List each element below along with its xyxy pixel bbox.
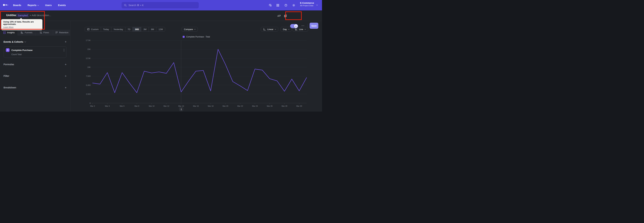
learn-more-link[interactable]: Learn More (3, 26, 14, 28)
chevron-down-icon (316, 4, 318, 6)
nav-link-boards[interactable]: Boards (13, 4, 21, 7)
tab-flows[interactable]: Flows (35, 30, 53, 36)
svg-text:17.5K: 17.5K (86, 39, 90, 41)
report-title-bar: Untitled Sampled + Add description... ⋯ … (0, 11, 322, 21)
search-input[interactable]: Search ⌘ + K (122, 2, 199, 9)
add-description[interactable]: + Add description... (30, 14, 51, 17)
nav-link-users[interactable]: Users (45, 4, 52, 7)
retention-icon (55, 31, 58, 34)
section-breakdown: Breakdown+ (4, 85, 66, 90)
svg-text:Mar 22: Mar 22 (237, 105, 243, 107)
svg-text:Mar 24: Mar 24 (252, 105, 258, 107)
data-management-icon[interactable] (269, 4, 272, 7)
mixpanel-logo-icon[interactable] (3, 4, 8, 6)
line-chart: 17.5K15K12.5K10K7,5005,0002,5000Mar 2Mar… (70, 21, 322, 112)
pagination-page-button[interactable]: 1 (179, 107, 183, 111)
insights-icon (3, 31, 6, 34)
top-navbar: BoardsReportsUsersEvents Search ⌘ + K E-… (0, 0, 322, 11)
svg-text:Mar 28: Mar 28 (282, 105, 287, 107)
svg-text:5,000: 5,000 (86, 84, 90, 86)
tab-retention[interactable]: Retention (53, 30, 70, 36)
svg-text:2,500: 2,500 (86, 93, 90, 95)
section-formulas: Formulas+ (4, 62, 66, 67)
tab-label: Retention (59, 31, 68, 34)
chevron-down-icon (38, 4, 39, 6)
tab-label: Funnels (25, 31, 32, 34)
event-card[interactable]: A Complete Purchase Count Total (4, 46, 66, 58)
svg-text:Mar 14: Mar 14 (178, 105, 184, 107)
svg-text:Mar 20: Mar 20 (222, 105, 228, 107)
svg-text:0: 0 (90, 102, 90, 104)
project-switcher[interactable]: E-Commerce All Project Data (300, 2, 314, 7)
project-scope: All Project Data (300, 5, 314, 7)
svg-text:Mar 10: Mar 10 (149, 105, 154, 107)
apps-grid-icon[interactable] (276, 4, 280, 7)
event-letter-badge: A (6, 48, 10, 52)
event-metric[interactable]: Count Total (12, 53, 64, 56)
section-label: Formulas (4, 63, 14, 66)
search-placeholder: Search ⌘ + K (128, 4, 144, 7)
help-icon[interactable] (284, 4, 288, 7)
add-filter-button[interactable]: + (65, 74, 66, 78)
svg-text:Mar 8: Mar 8 (134, 105, 139, 107)
event-name[interactable]: Complete Purchase (12, 49, 32, 51)
copy-to-board-icon[interactable] (284, 14, 287, 17)
nav-links: BoardsReportsUsersEvents (13, 0, 66, 11)
event-menu-button[interactable] (64, 49, 64, 51)
add-event-button[interactable]: + (65, 40, 66, 43)
svg-text:Mar 6: Mar 6 (120, 105, 124, 107)
settings-gear-icon[interactable] (292, 4, 295, 7)
svg-text:Mar 12: Mar 12 (164, 105, 169, 107)
svg-text:Mar 30: Mar 30 (296, 105, 302, 107)
svg-text:Mar 2: Mar 2 (90, 105, 95, 107)
tab-label: Insights (7, 31, 15, 34)
svg-text:7,500: 7,500 (86, 75, 90, 77)
add-breakdown-button[interactable]: + (65, 86, 66, 89)
events-cohorts-header: Events & Cohorts + (4, 40, 66, 43)
svg-text:Mar 26: Mar 26 (267, 105, 272, 107)
report-tabs: InsightsFunnelsFlowsRetention (0, 30, 70, 36)
svg-text:Mar 4: Mar 4 (105, 105, 110, 107)
section-label: Filter (4, 75, 9, 77)
svg-text:Mar 16: Mar 16 (193, 105, 199, 107)
svg-text:15K: 15K (87, 48, 90, 50)
events-cohorts-label: Events & Cohorts (4, 41, 23, 43)
tab-funnels[interactable]: Funnels (18, 30, 35, 36)
tab-insights[interactable]: Insights (0, 30, 18, 36)
tab-label: Flows (44, 31, 49, 34)
sampling-tooltip: Using 10% of data. Results are approxima… (1, 19, 42, 30)
section-filter: Filter+ (4, 74, 66, 78)
project-name: E-Commerce (300, 2, 314, 4)
query-sidebar: InsightsFunnelsFlowsRetention Events & C… (0, 21, 70, 112)
svg-text:10K: 10K (87, 66, 90, 68)
flows-icon (39, 31, 42, 34)
svg-text:Mar 18: Mar 18 (208, 105, 214, 107)
nav-link-events[interactable]: Events (58, 4, 66, 7)
chevron-down-icon[interactable] (24, 41, 26, 42)
app-window: BoardsReportsUsersEvents Search ⌘ + K E-… (0, 0, 322, 112)
nav-link-reports[interactable]: Reports (28, 4, 39, 7)
tooltip-text: Using 10% of data. Results are approxima… (3, 21, 40, 25)
report-title[interactable]: Untitled (6, 14, 17, 17)
chart-panel: CustomTodayYesterday7D30D3M6M12M Compare… (70, 21, 322, 112)
share-link-icon[interactable] (278, 14, 280, 17)
section-label: Breakdown (4, 86, 16, 89)
add-formulas-button[interactable]: + (65, 63, 66, 66)
svg-text:12.5K: 12.5K (86, 57, 90, 59)
funnels-icon (20, 31, 23, 34)
search-icon (124, 4, 127, 7)
sampled-badge[interactable]: Sampled (16, 13, 29, 18)
